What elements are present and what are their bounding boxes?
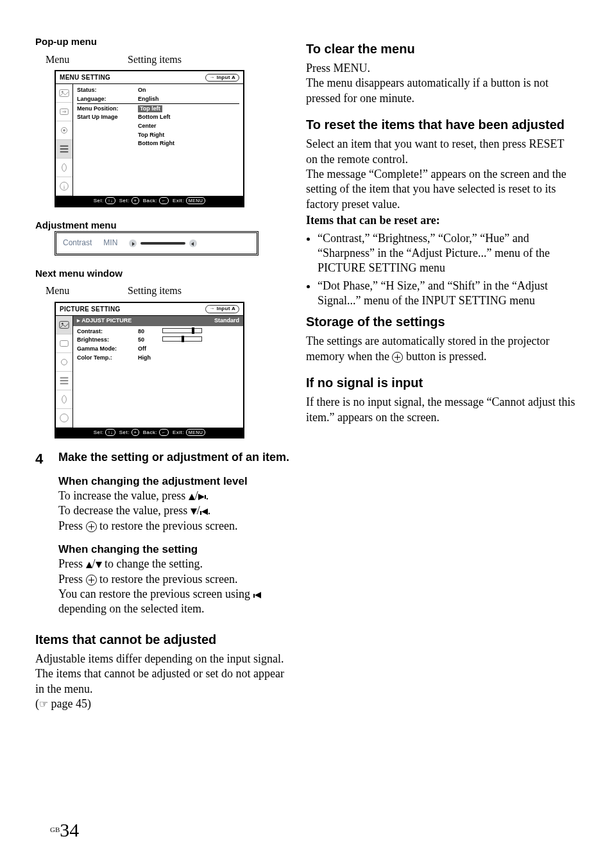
install-icon [56,159,72,177]
label-setting-items: Setting items [128,53,182,67]
info-icon: i [56,177,72,196]
clear-menu-heading: To clear the menu [306,40,577,57]
menu-setting-icon [56,140,72,159]
picture-icon-2 [56,316,72,334]
menu-setting-title: MENU SETTING [60,73,110,82]
step-number-4: 4 [35,450,53,616]
adj-label: Contrast [63,238,92,248]
menu-footer-2: Sel: ↑↓ Set: + Back: ← Exit: MENU [56,428,243,437]
label-setting-items-2: Setting items [128,284,182,298]
cs-line3: You can restore the previous screen usin… [58,587,292,617]
menu-icon-column-2 [56,316,73,428]
cs-line2: Press to restore the previous screen. [58,572,292,587]
adj-min: MIN [103,238,117,248]
arrow-right-icon [198,494,205,500]
page-number: GB34 [50,817,79,842]
step4-title: Make the setting or adjustment of an ite… [58,450,292,465]
arrow-up-icon-2 [86,562,92,568]
svg-point-11 [60,414,69,422]
svg-text:i: i [64,184,65,190]
set-icon-2 [56,353,72,372]
press-restore-line: Press to restore the previous screen. [58,519,292,534]
arrow-down-icon-2 [96,562,102,568]
set-icon [56,121,72,140]
picture-setting-box: PICTURE SETTING →Input A ▸ ADJUST [55,302,244,438]
install-icon-2 [56,390,72,409]
increase-line: To increase the value, press /. [58,489,292,503]
popup-menu-heading: Pop-up menu [35,35,292,48]
svg-point-4 [63,129,65,132]
input-icon-2 [56,334,72,353]
adjustment-menu-heading: Adjustment menu [35,219,292,232]
svg-point-10 [62,360,67,365]
clear-menu-p1: Press MENU. [306,61,577,76]
next-menu-heading: Next menu window [35,267,292,280]
menu-icon-column: i [56,84,73,196]
svg-point-1 [62,91,64,93]
cs-line1: Press / to change the setting. [58,557,292,571]
input-chip-2: →Input A [205,305,239,313]
input-chip: →Input A [205,74,239,82]
adjustment-bar-box: Contrast MIN [55,231,259,256]
reset-p2: The message “Complete!” appears on the s… [306,167,577,212]
svg-rect-9 [60,341,69,347]
picture-setting-title: PICTURE SETTING [60,305,121,313]
enter-button-icon [86,521,97,532]
items-cannot-ref: (☞ page 45) [35,697,292,711]
menu-setting-icon-2 [56,372,72,390]
menu-footer: Sel: ↑↓ Set: + Back: ← Exit: MENU [56,196,243,205]
decrease-line: To decrease the value, press /. [58,503,292,518]
change-setting-heading: When changing the setting [58,542,292,557]
picture-icon [56,84,72,103]
arrow-up-icon [189,494,195,500]
storage-text: The settings are automatically stored in… [306,334,577,364]
picture-setting-content: ▸ ADJUST PICTURE Standard Contrast:80 Br… [73,316,243,428]
items-cannot-heading: Items that cannot be adjusted [35,631,292,648]
enter-button-icon-2 [86,575,97,586]
reset-items-heading: Items that can be reset are: [306,213,577,228]
info-icon-2 [56,409,72,428]
change-level-heading: When changing the adjustment level [58,474,292,489]
svg-point-8 [62,323,64,325]
label-menu-2: Menu [35,284,128,298]
reset-heading: To reset the items that have been adjust… [306,116,577,133]
reset-items-list: “Contrast,” “Brightness,” “Color,” “Hue”… [306,231,577,309]
no-signal-heading: If no signal is input [306,374,577,391]
reset-item-2: “Dot Phase,” “H Size,” and “Shift” in th… [318,279,577,309]
arrow-down-icon [191,508,197,515]
reset-item-1: “Contrast,” “Brightness,” “Color,” “Hue”… [318,231,577,276]
reset-p1: Select an item that you want to reset, t… [306,137,577,167]
clear-menu-p2: The menu disappears automatically if a b… [306,76,577,106]
pointer-hand-icon: ☞ [39,698,48,711]
menu-setting-content: Status:On Language:English Menu Position… [73,84,243,196]
input-icon [56,103,72,121]
items-cannot-text: Adjustable items differ depending on the… [35,652,292,697]
enter-button-icon-3 [392,352,403,363]
storage-heading: Storage of the settings [306,313,577,330]
label-menu: Menu [35,53,128,67]
arrow-left-icon-2 [255,592,261,598]
menu-setting-box: MENU SETTING →Input A i Status:On Lang [55,70,244,207]
adj-slider [129,239,197,247]
arrow-left-icon [201,508,208,515]
no-signal-text: If there is no input signal, the message… [306,395,577,425]
